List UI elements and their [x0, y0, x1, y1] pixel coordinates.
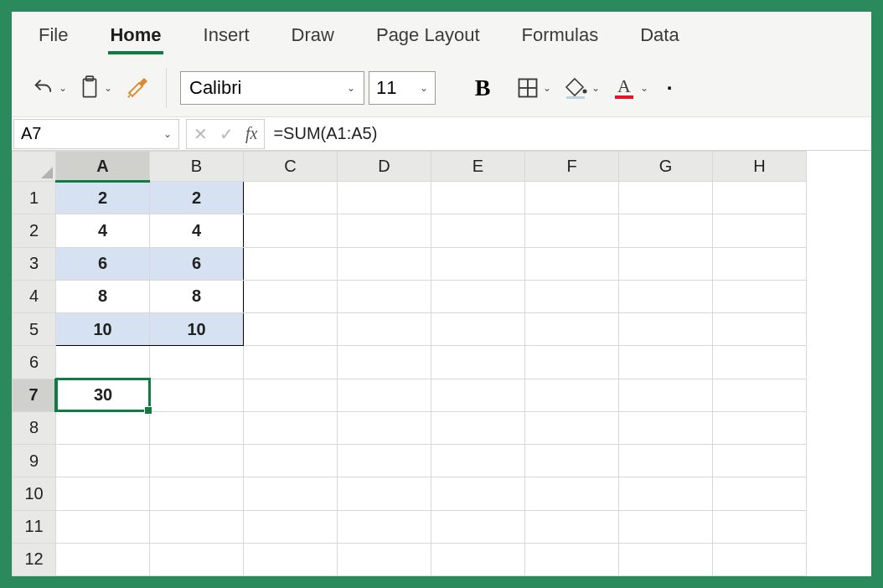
- cell-G4[interactable]: [619, 280, 713, 312]
- tab-page-layout[interactable]: Page Layout: [374, 19, 482, 51]
- cell-E5[interactable]: [431, 313, 525, 346]
- cell-E12[interactable]: [431, 543, 525, 575]
- row-header-12[interactable]: 12: [13, 543, 56, 575]
- cell-F9[interactable]: [525, 445, 619, 477]
- cell-D11[interactable]: [338, 510, 431, 543]
- cell-A3[interactable]: 6: [56, 247, 150, 280]
- cell-B1[interactable]: 2: [150, 182, 244, 214]
- font-name-select[interactable]: Calibri ⌄: [180, 71, 364, 105]
- row-header-8[interactable]: 8: [13, 411, 56, 444]
- bold-button[interactable]: B: [471, 71, 494, 105]
- name-box[interactable]: A7 ⌄: [13, 119, 179, 149]
- tab-home[interactable]: Home: [108, 19, 163, 51]
- col-header-A[interactable]: A: [56, 152, 150, 182]
- cell-B12[interactable]: [150, 543, 244, 575]
- format-painter-button[interactable]: [121, 71, 152, 105]
- undo-button[interactable]: ⌄: [28, 71, 70, 105]
- cell-A6[interactable]: [56, 346, 150, 379]
- cell-C11[interactable]: [244, 510, 338, 543]
- font-color-button[interactable]: A ⌄: [608, 71, 652, 105]
- cell-F10[interactable]: [525, 477, 619, 510]
- cell-A1[interactable]: 2: [56, 182, 150, 214]
- cell-F7[interactable]: [525, 379, 619, 411]
- cell-H11[interactable]: [713, 510, 807, 543]
- cell-B6[interactable]: [150, 346, 244, 379]
- row-header-5[interactable]: 5: [13, 313, 56, 346]
- cell-D5[interactable]: [338, 313, 431, 346]
- cell-F5[interactable]: [525, 313, 619, 346]
- cell-G7[interactable]: [619, 379, 713, 411]
- cell-G2[interactable]: [619, 214, 713, 247]
- cell-F12[interactable]: [525, 543, 619, 575]
- cell-C2[interactable]: [244, 214, 338, 247]
- cell-F1[interactable]: [525, 182, 619, 214]
- row-header-1[interactable]: 1: [13, 182, 56, 214]
- row-header-9[interactable]: 9: [13, 445, 56, 477]
- col-header-E[interactable]: E: [431, 152, 525, 182]
- cell-H1[interactable]: [713, 182, 807, 214]
- cell-A11[interactable]: [56, 510, 150, 543]
- cell-E3[interactable]: [431, 247, 525, 280]
- cell-F8[interactable]: [525, 411, 619, 444]
- cell-D12[interactable]: [338, 543, 431, 575]
- tab-formulas[interactable]: Formulas: [520, 19, 601, 51]
- select-all-corner[interactable]: [13, 152, 56, 182]
- row-header-7[interactable]: 7: [13, 379, 56, 411]
- cell-F4[interactable]: [525, 280, 619, 312]
- cell-C5[interactable]: [244, 313, 338, 346]
- cell-A10[interactable]: [56, 477, 150, 510]
- cell-G10[interactable]: [619, 477, 713, 510]
- cell-C12[interactable]: [244, 543, 338, 575]
- cell-A5[interactable]: 10: [56, 313, 150, 346]
- cell-C9[interactable]: [244, 445, 338, 477]
- cell-F3[interactable]: [525, 247, 619, 280]
- cell-H5[interactable]: [713, 313, 807, 346]
- cell-E4[interactable]: [431, 280, 525, 312]
- cell-E1[interactable]: [431, 182, 525, 214]
- cell-C10[interactable]: [244, 477, 338, 510]
- cell-G5[interactable]: [619, 313, 713, 346]
- cell-B8[interactable]: [150, 411, 244, 444]
- col-header-G[interactable]: G: [619, 152, 713, 182]
- cell-B7[interactable]: [150, 379, 244, 411]
- row-header-4[interactable]: 4: [13, 280, 56, 312]
- formula-input[interactable]: =SUM(A1:A5): [265, 119, 871, 149]
- row-header-2[interactable]: 2: [13, 214, 56, 247]
- cell-E2[interactable]: [431, 214, 525, 247]
- col-header-C[interactable]: C: [244, 152, 338, 182]
- cell-H9[interactable]: [713, 445, 807, 477]
- cell-C7[interactable]: [244, 379, 338, 411]
- cancel-formula-button[interactable]: ✕: [194, 124, 208, 144]
- tab-draw[interactable]: Draw: [290, 19, 336, 51]
- cell-D8[interactable]: [338, 411, 431, 444]
- cell-C1[interactable]: [244, 182, 338, 214]
- cell-E11[interactable]: [431, 510, 525, 543]
- cell-B9[interactable]: [150, 445, 244, 477]
- cell-A12[interactable]: [56, 543, 150, 575]
- col-header-D[interactable]: D: [338, 152, 431, 182]
- cell-G11[interactable]: [619, 510, 713, 543]
- cell-D9[interactable]: [338, 445, 431, 477]
- cell-E8[interactable]: [431, 411, 525, 444]
- cell-E10[interactable]: [431, 477, 525, 510]
- cell-B2[interactable]: 4: [150, 214, 244, 247]
- enter-formula-button[interactable]: ✓: [219, 124, 234, 144]
- cell-C8[interactable]: [244, 411, 338, 444]
- row-header-6[interactable]: 6: [13, 346, 56, 379]
- cell-B3[interactable]: 6: [150, 247, 244, 280]
- cell-E9[interactable]: [431, 445, 525, 477]
- cell-H8[interactable]: [713, 411, 807, 444]
- tab-data[interactable]: Data: [638, 19, 680, 51]
- cell-B10[interactable]: [150, 477, 244, 510]
- cell-H7[interactable]: [713, 379, 807, 411]
- tab-file[interactable]: File: [37, 19, 70, 51]
- col-header-H[interactable]: H: [713, 152, 807, 182]
- cell-F6[interactable]: [525, 346, 619, 379]
- row-header-10[interactable]: 10: [13, 477, 56, 510]
- cell-A9[interactable]: [56, 445, 150, 477]
- cell-C4[interactable]: [244, 280, 338, 312]
- cell-C3[interactable]: [244, 247, 338, 280]
- cell-F2[interactable]: [525, 214, 619, 247]
- tab-insert[interactable]: Insert: [202, 19, 251, 51]
- cell-D1[interactable]: [338, 182, 431, 214]
